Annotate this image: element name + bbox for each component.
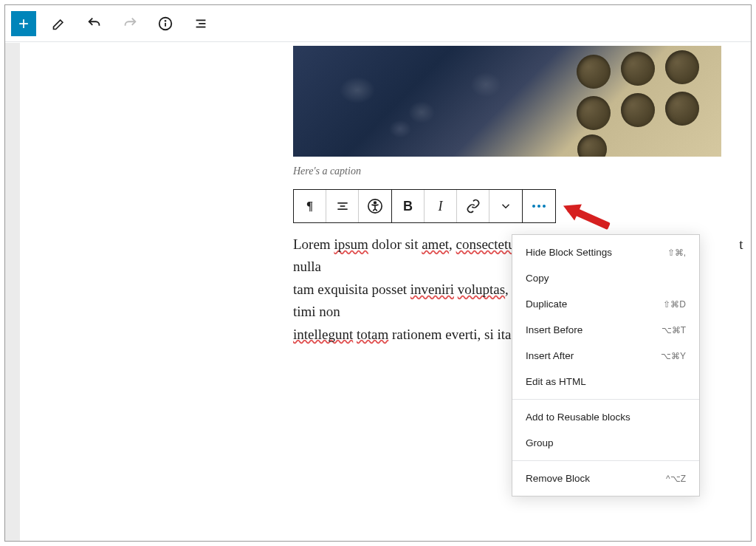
svg-point-2 <box>165 20 166 21</box>
more-options-button[interactable] <box>523 190 555 222</box>
redo-icon <box>122 16 138 32</box>
outline-icon <box>193 16 209 32</box>
accessibility-button[interactable] <box>359 190 391 222</box>
menu-add-reusable[interactable]: Add to Reusable blocks <box>512 404 699 430</box>
menu-copy[interactable]: Copy <box>512 265 699 291</box>
menu-separator <box>512 399 699 400</box>
italic-button[interactable]: I <box>425 190 457 222</box>
redo-button[interactable] <box>117 11 142 36</box>
image-caption[interactable]: Here's a caption <box>293 165 751 177</box>
svg-point-11 <box>374 202 377 204</box>
block-options-dropdown: Hide Block Settings⇧⌘, Copy Duplicate⇧⌘D… <box>512 234 700 496</box>
accessibility-icon <box>367 198 383 214</box>
outline-button[interactable] <box>188 11 213 36</box>
link-button[interactable] <box>457 190 489 222</box>
block-toolbar: ¶ B I <box>293 189 556 223</box>
menu-duplicate[interactable]: Duplicate⇧⌘D <box>512 291 699 317</box>
undo-button[interactable] <box>82 11 107 36</box>
info-icon <box>157 16 173 32</box>
add-block-button[interactable]: + <box>11 11 36 36</box>
svg-text:¶: ¶ <box>306 199 313 213</box>
bold-icon: B <box>403 199 413 214</box>
editor-frame: + He <box>4 4 752 542</box>
menu-hide-block-settings[interactable]: Hide Block Settings⇧⌘, <box>512 239 699 265</box>
edit-mode-button[interactable] <box>47 11 72 36</box>
editor-topbar: + <box>5 5 751 42</box>
sidebar-sliver <box>5 43 20 541</box>
image-block[interactable] <box>293 46 721 157</box>
info-button[interactable] <box>153 11 178 36</box>
menu-insert-before[interactable]: Insert Before⌥⌘T <box>512 317 699 343</box>
menu-edit-as-html[interactable]: Edit as HTML <box>512 369 699 395</box>
align-icon <box>335 199 350 214</box>
image-holes <box>559 46 721 157</box>
more-formatting-button[interactable] <box>489 190 522 222</box>
align-button[interactable] <box>326 190 359 222</box>
link-icon <box>466 199 481 214</box>
menu-group[interactable]: Group <box>512 430 699 456</box>
pencil-icon <box>52 16 66 31</box>
menu-separator <box>512 460 699 461</box>
menu-remove-block[interactable]: Remove Block^⌥Z <box>512 465 699 491</box>
more-icon <box>532 205 546 208</box>
chevron-down-icon <box>499 199 512 213</box>
menu-insert-after[interactable]: Insert After⌥⌘Y <box>512 343 699 369</box>
paragraph-icon: ¶ <box>303 199 317 214</box>
bold-button[interactable]: B <box>392 190 425 222</box>
italic-icon: I <box>439 199 443 214</box>
block-type-button[interactable]: ¶ <box>294 190 326 222</box>
undo-icon <box>86 16 103 32</box>
